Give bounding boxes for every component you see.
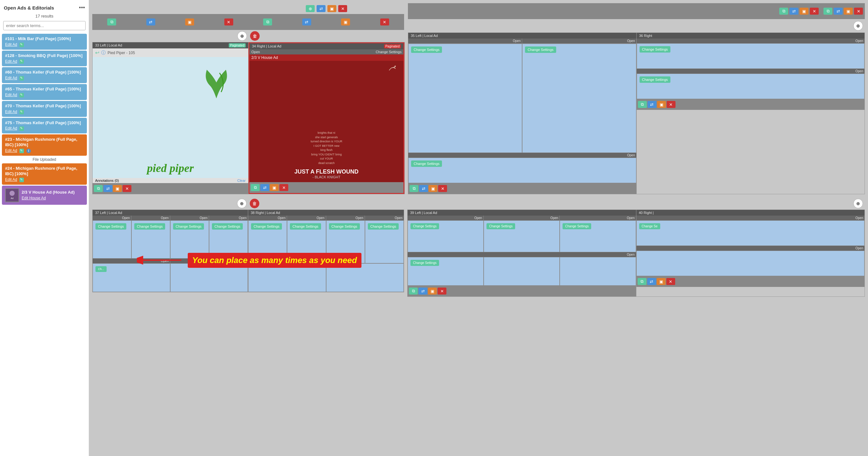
hl-btn-35[interactable]: ▣ — [800, 8, 808, 15]
sidebar-item-75-edit[interactable]: Edit Ad — [5, 126, 17, 131]
copy-btn-34[interactable]: ⧉ — [251, 184, 260, 191]
sidebar-item-house[interactable]: Ad 2/3 V House Ad (House Ad) Edit House … — [2, 186, 87, 205]
change-settings-36-2[interactable]: Change Settings — [640, 77, 671, 83]
swap-btn-34[interactable]: ⇄ — [260, 184, 269, 191]
spread-nav-delete[interactable]: 🗑 — [250, 31, 260, 41]
hl-btn-r1[interactable]: ▣ — [341, 19, 350, 26]
change-38-3[interactable]: Change Settings — [329, 223, 360, 230]
sidebar-item-70[interactable]: #70 - Thomas Keller (Full Page) [100%] E… — [2, 101, 87, 117]
spread-nav-delete-2[interactable]: 🗑 — [250, 199, 259, 208]
right-nav-btn[interactable]: ⊕ — [854, 21, 863, 31]
change-39-1[interactable]: Change Settings — [410, 223, 439, 229]
page-38-col-headers: Open Open Open Open — [248, 216, 404, 220]
clear-button[interactable]: Clear — [237, 179, 246, 182]
del-btn-33[interactable]: ✕ — [123, 185, 131, 192]
change-38-1[interactable]: Change Settings — [251, 223, 282, 230]
sidebar-item-24[interactable]: #24 - Michigan Rushmore (Full Page, IBC)… — [2, 163, 87, 185]
swap-btn-40[interactable]: ⇄ — [647, 278, 656, 285]
copy-btn-l1[interactable]: ⧉ — [107, 19, 116, 26]
copy-btn-r1[interactable]: ⧉ — [263, 19, 272, 26]
swap-btn-36[interactable]: ⇄ — [834, 8, 842, 15]
sidebar-item-23-edit[interactable]: Edit Ad — [5, 148, 17, 153]
change-37-3[interactable]: Change Settings — [173, 223, 204, 230]
copy-btn-35[interactable]: ⧉ — [779, 8, 788, 15]
change-settings-34[interactable]: Change Settings — [376, 50, 402, 54]
swap-btn-33[interactable]: ⇄ — [103, 185, 112, 192]
del-btn-36-b[interactable]: ✕ — [666, 101, 676, 108]
highlight-button-top[interactable]: ▣ — [328, 5, 336, 12]
spread-top-controls: ⊕ ⇄ ▣ ✕ — [248, 3, 405, 14]
sidebar-item-house-edit[interactable]: Edit House Ad — [22, 196, 46, 200]
change-37-4[interactable]: Change Settings — [212, 223, 243, 230]
del-btn-35-b[interactable]: ✕ — [438, 185, 447, 192]
sidebar-item-60-edit[interactable]: Edit Ad — [5, 76, 17, 80]
sidebar-menu-icon[interactable]: ••• — [79, 4, 85, 11]
swap-btn-35[interactable]: ⇄ — [789, 8, 798, 15]
change-37-1[interactable]: Change Settings — [95, 223, 126, 230]
hl-btn-39[interactable]: ▣ — [428, 288, 437, 294]
right-nav-btn-2[interactable]: ⊕ — [854, 199, 863, 208]
del-btn-36[interactable]: ✕ — [854, 8, 863, 15]
change-settings-35-3[interactable]: Change Settings — [411, 161, 442, 167]
swap-btn-l1[interactable]: ⇄ — [146, 19, 155, 26]
del-btn-35[interactable]: ✕ — [810, 8, 819, 15]
sidebar-item-65-edit[interactable]: Edit Ad — [5, 93, 17, 97]
sidebar-item-101-edit[interactable]: Edit Ad — [5, 42, 17, 47]
sidebar-item-23[interactable]: #23 - Michigan Rushmore (Full Page, IBC)… — [2, 134, 87, 156]
sidebar-item-24-title: #24 - Michigan Rushmore (Full Page, IBC)… — [5, 166, 84, 177]
del-btn-40[interactable]: ✕ — [666, 278, 675, 285]
hl-btn-35-b[interactable]: ▣ — [429, 185, 437, 192]
sidebar-item-65[interactable]: #65 - Thomas Keller (Full Page) [100%] E… — [2, 84, 87, 100]
sidebar-item-75[interactable]: #75 - Thomas Keller (Full Page) [100%] E… — [2, 118, 87, 134]
hl-btn-l1[interactable]: ▣ — [185, 19, 194, 26]
copy-btn-36-b[interactable]: ⧉ — [638, 101, 647, 108]
change-37-2[interactable]: Change Settings — [134, 223, 165, 230]
del-btn-l1[interactable]: ✕ — [224, 19, 233, 26]
copy-btn-35-b[interactable]: ⧉ — [409, 185, 418, 192]
sidebar-item-70-edit[interactable]: Edit Ad — [5, 110, 17, 114]
change-39-3[interactable]: Change Settings — [562, 223, 591, 229]
swap-btn-r1[interactable]: ⇄ — [302, 19, 311, 26]
hl-btn-36-b[interactable]: ▣ — [657, 101, 666, 108]
change-39-4[interactable]: Change Settings — [410, 260, 439, 266]
change-settings-35-1[interactable]: Change Settings — [411, 47, 442, 53]
del-btn-r1[interactable]: ✕ — [380, 19, 389, 26]
hl-btn-36[interactable]: ▣ — [844, 8, 853, 15]
sidebar-item-24-edit[interactable]: Edit Ad — [5, 177, 17, 182]
change-37-5[interactable]: Ch... — [95, 266, 106, 272]
change-settings-35-2[interactable]: Change Settings — [525, 47, 556, 53]
swap-btn-36-b[interactable]: ⇄ — [648, 101, 656, 108]
swap-btn-39[interactable]: ⇄ — [418, 288, 427, 294]
sidebar-item-60[interactable]: #60 - Thomas Keller (Full Page) [100%] E… — [2, 67, 87, 83]
sidebar-search-input[interactable] — [3, 21, 86, 30]
change-settings-36-1[interactable]: Change Settings — [640, 46, 671, 53]
page-35-label: 35 Left | Local Ad — [411, 34, 438, 37]
change-38-4[interactable]: Change Settings — [368, 223, 399, 230]
copy-btn-40[interactable]: ⧉ — [638, 278, 647, 285]
sidebar-item-101[interactable]: #101 - Milk Bar (Full Page) [100%] Edit … — [2, 34, 87, 50]
swap-button-top[interactable]: ⇄ — [317, 5, 326, 12]
cell-39-6 — [560, 257, 636, 286]
copy-btn-39[interactable]: ⧉ — [409, 288, 418, 294]
copy-btn-36[interactable]: ⧉ — [824, 8, 832, 15]
spread-nav-up-2[interactable]: ⊕ — [237, 199, 247, 208]
hl-btn-34[interactable]: ▣ — [270, 184, 279, 191]
hl-btn-40[interactable]: ▣ — [657, 278, 665, 285]
hl-btn-33[interactable]: ▣ — [113, 185, 122, 192]
swap-btn-35-b[interactable]: ⇄ — [419, 185, 428, 192]
change-39-2[interactable]: Change Settings — [487, 223, 515, 229]
copy-btn-33[interactable]: ⧉ — [94, 185, 103, 192]
change-40-1[interactable]: Change Se — [639, 223, 660, 229]
sidebar-item-128-edit[interactable]: Edit Ad — [5, 59, 17, 64]
nav-button-top[interactable]: ⊕ — [306, 5, 315, 12]
del-btn-39[interactable]: ✕ — [437, 288, 446, 294]
page-39: 39 Left | Local Ad Open Open Open Change… — [408, 210, 637, 296]
page-35-open2: Open — [408, 153, 637, 158]
del-btn-34[interactable]: ✕ — [279, 184, 288, 191]
change-38-2[interactable]: Change Settings — [290, 223, 321, 230]
spread-nav-up[interactable]: ⊕ — [237, 31, 247, 41]
cell-39-2: Change Settings — [484, 220, 560, 252]
delete-button-top[interactable]: ✕ — [338, 5, 347, 12]
sidebar-item-128[interactable]: #128 - Smoking BBQ (Full Page) [100%] Ed… — [2, 51, 87, 66]
page-36-cell1: Change Settings — [637, 43, 865, 69]
